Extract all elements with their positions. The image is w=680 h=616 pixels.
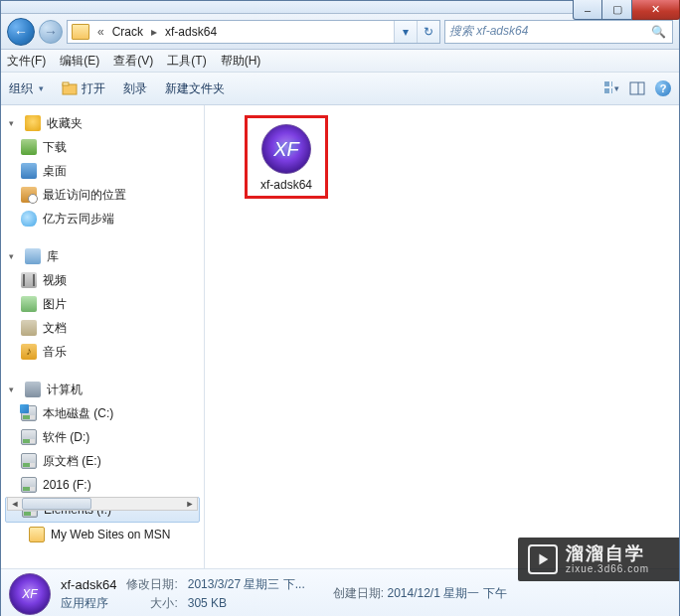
- nav-forward-button[interactable]: →: [39, 20, 63, 44]
- watermark-logo-icon: [528, 544, 558, 574]
- application-icon: XF: [261, 124, 311, 174]
- breadcrumb[interactable]: « Crack ▸ xf-adsk64: [68, 21, 394, 43]
- sidebar-label: 2016 (F:): [43, 478, 91, 492]
- breadcrumb-crack[interactable]: Crack: [112, 25, 143, 39]
- sidebar-item-documents[interactable]: 文档: [1, 316, 204, 340]
- close-icon: ✕: [651, 3, 660, 16]
- details-thumbnail: XF: [9, 573, 51, 615]
- sidebar-hscrollbar[interactable]: ◄ ►: [7, 497, 198, 511]
- sidebar-item-cloud[interactable]: 亿方云同步端: [1, 207, 204, 231]
- search-placeholder: 搜索 xf-adsk64: [449, 23, 528, 40]
- drive-icon: [21, 405, 37, 421]
- view-options-button[interactable]: [603, 80, 619, 96]
- details-filename: xf-adsk64: [61, 577, 116, 592]
- scroll-thumb[interactable]: [22, 498, 91, 510]
- search-icon[interactable]: 🔍: [651, 25, 666, 39]
- sidebar-label: 视频: [43, 272, 67, 289]
- organize-button[interactable]: 组织: [9, 80, 44, 97]
- sidebar-item-pictures[interactable]: 图片: [1, 292, 204, 316]
- open-button[interactable]: 打开: [62, 80, 105, 97]
- search-input[interactable]: 搜索 xf-adsk64 🔍: [444, 20, 673, 44]
- sidebar-label: My Web Sites on MSN: [51, 528, 170, 541]
- burn-button[interactable]: 刻录: [123, 80, 147, 97]
- sidebar-item-drive-f[interactable]: 2016 (F:): [1, 473, 204, 497]
- sidebar-item-desktop[interactable]: 桌面: [1, 159, 204, 183]
- sidebar-label: 桌面: [43, 163, 67, 180]
- chevron-right-icon[interactable]: ▸: [147, 25, 161, 39]
- sidebar-label: 最近访问的位置: [43, 187, 126, 204]
- arrow-left-icon: ←: [14, 24, 28, 40]
- menu-bar: 文件(F) 编辑(E) 查看(V) 工具(T) 帮助(H): [1, 50, 679, 73]
- star-icon: [25, 115, 41, 131]
- sidebar-label: 文档: [43, 320, 67, 337]
- document-icon: [21, 320, 37, 336]
- sidebar-item-recent[interactable]: 最近访问的位置: [1, 183, 204, 207]
- menu-edit[interactable]: 编辑(E): [60, 53, 99, 70]
- watermark-url: zixue.3d66.com: [566, 563, 649, 574]
- preview-pane-button[interactable]: [629, 80, 645, 96]
- sidebar-favorites[interactable]: ▾ 收藏夹: [1, 111, 204, 135]
- open-label: 打开: [82, 80, 105, 97]
- svg-rect-1: [63, 82, 69, 85]
- file-label: xf-adsk64: [252, 178, 321, 192]
- navigation-pane: ▾ 收藏夹 下载 桌面 最近访问的位置 亿方云同步端 ▾ 库 视频 图片 文档 …: [1, 105, 205, 568]
- breadcrumb-overflow[interactable]: «: [93, 25, 108, 39]
- sidebar-item-downloads[interactable]: 下载: [1, 135, 204, 159]
- drive-icon: [21, 477, 37, 493]
- address-dropdown-button[interactable]: ▾: [394, 21, 417, 43]
- details-modified-value: 2013/3/27 星期三 下...: [188, 576, 305, 593]
- collapse-icon[interactable]: ▾: [9, 251, 19, 261]
- sidebar-item-videos[interactable]: 视频: [1, 268, 204, 292]
- svg-rect-3: [611, 81, 612, 86]
- sidebar-item-webfolder[interactable]: My Web Sites on MSN: [1, 523, 204, 546]
- explorer-window: – ▢ ✕ ← → « Crack ▸ xf-adsk64 ▾ ↻ 搜索 xf-…: [0, 0, 680, 616]
- arrow-right-icon: →: [44, 24, 58, 40]
- help-button[interactable]: ?: [655, 80, 671, 96]
- sidebar-item-music[interactable]: ♪音乐: [1, 340, 204, 364]
- scroll-right-icon[interactable]: ►: [183, 499, 197, 509]
- menu-tools[interactable]: 工具(T): [167, 53, 206, 70]
- sidebar-item-drive-e[interactable]: 原文档 (E:): [1, 449, 204, 473]
- chevron-down-icon: ▾: [403, 25, 409, 39]
- cloud-icon: [21, 211, 37, 227]
- titlebar[interactable]: – ▢ ✕: [1, 1, 679, 14]
- refresh-button[interactable]: ↻: [417, 21, 439, 43]
- svg-rect-2: [604, 81, 609, 86]
- sidebar-item-drive-d[interactable]: 软件 (D:): [1, 425, 204, 449]
- nav-back-button[interactable]: ←: [7, 18, 35, 46]
- collapse-icon[interactable]: ▾: [9, 118, 19, 128]
- maximize-icon: ▢: [612, 3, 622, 16]
- menu-help[interactable]: 帮助(H): [221, 53, 261, 70]
- sidebar-label: 亿方云同步端: [43, 211, 114, 228]
- new-folder-button[interactable]: 新建文件夹: [165, 80, 225, 97]
- details-created-label: 创建日期:: [333, 586, 384, 600]
- caption-buttons: – ▢ ✕: [573, 0, 680, 20]
- collapse-icon[interactable]: ▾: [9, 385, 19, 394]
- file-item-xfadsk64[interactable]: XF xf-adsk64: [245, 115, 328, 199]
- file-list-pane[interactable]: XF xf-adsk64: [205, 105, 679, 568]
- download-icon: [21, 139, 37, 155]
- details-size-label: 大小:: [126, 595, 177, 612]
- menu-file[interactable]: 文件(F): [7, 53, 46, 70]
- minimize-button[interactable]: –: [573, 0, 602, 20]
- video-icon: [21, 272, 37, 288]
- sidebar-label: 库: [47, 248, 59, 265]
- library-icon: [25, 248, 41, 264]
- breadcrumb-xfadsk64[interactable]: xf-adsk64: [165, 25, 217, 39]
- svg-marker-8: [539, 554, 548, 565]
- minimize-icon: –: [585, 4, 591, 16]
- close-button[interactable]: ✕: [632, 0, 680, 20]
- maximize-button[interactable]: ▢: [602, 0, 632, 20]
- folder-icon: [29, 527, 45, 542]
- sidebar-computer[interactable]: ▾ 计算机: [1, 378, 204, 401]
- menu-view[interactable]: 查看(V): [113, 53, 153, 70]
- sidebar-label: 图片: [43, 296, 67, 313]
- sidebar-item-drive-c[interactable]: 本地磁盘 (C:): [1, 401, 204, 425]
- address-bar[interactable]: « Crack ▸ xf-adsk64 ▾ ↻: [67, 20, 440, 44]
- sidebar-libraries[interactable]: ▾ 库: [1, 244, 204, 268]
- sidebar-label: 收藏夹: [47, 115, 83, 132]
- main-area: ▾ 收藏夹 下载 桌面 最近访问的位置 亿方云同步端 ▾ 库 视频 图片 文档 …: [1, 105, 679, 568]
- refresh-icon: ↻: [424, 25, 433, 39]
- scroll-left-icon[interactable]: ◄: [8, 499, 22, 509]
- details-filetype: 应用程序: [61, 595, 116, 612]
